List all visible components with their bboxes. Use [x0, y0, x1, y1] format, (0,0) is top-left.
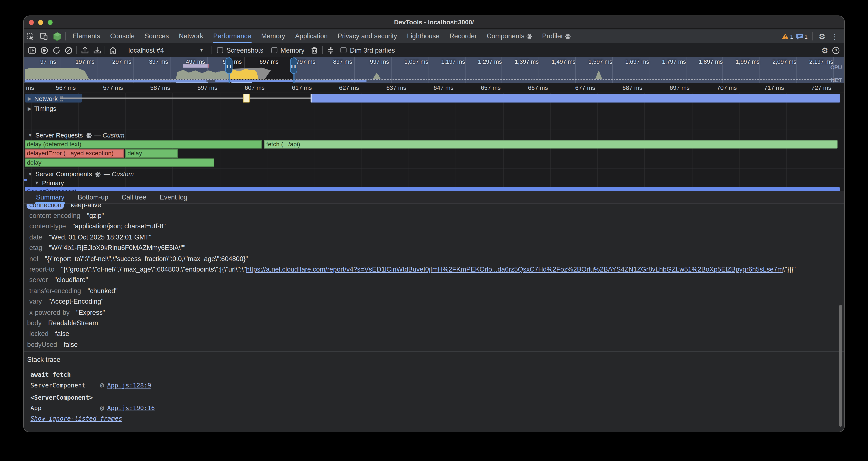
- selection-handle-right[interactable]: ❚❚: [290, 58, 297, 74]
- help-icon[interactable]: ?: [830, 44, 842, 56]
- divider: [24, 351, 844, 352]
- timeline-overview[interactable]: 97 ms197 ms297 ms397 ms497 ms597 ms697 m…: [24, 57, 844, 83]
- chevron-right-icon: ▶: [28, 96, 32, 102]
- checkbox-screenshots[interactable]: Screenshots: [217, 46, 264, 54]
- summary-row-server: server"cloudflare": [29, 275, 88, 285]
- checkbox-box[interactable]: [217, 47, 223, 53]
- checkbox-memory[interactable]: Memory: [271, 46, 304, 54]
- tab-privacy-and-security[interactable]: Privacy and security: [333, 29, 402, 43]
- react-atom-icon: [565, 34, 571, 39]
- device-toolbar-icon[interactable]: [37, 29, 51, 43]
- history-select[interactable]: localhost #4 ▼: [125, 45, 207, 56]
- network-baseline: [25, 79, 839, 80]
- track-primary[interactable]: ▼ Primary: [34, 180, 64, 186]
- tab-memory[interactable]: Memory: [256, 29, 290, 43]
- overview-time-label: 1,597 ms: [588, 58, 612, 65]
- tab-recorder[interactable]: Recorder: [444, 29, 482, 43]
- clear-icon[interactable]: [63, 44, 75, 56]
- track-server-components[interactable]: ▼ Server Components — Custom: [28, 171, 134, 177]
- reload-record-icon[interactable]: [51, 44, 63, 56]
- track-server-requests-label: Server Requests: [35, 132, 83, 139]
- warning-count: 1: [790, 33, 793, 39]
- tab-label: Components: [487, 29, 524, 43]
- delayed-error-bar[interactable]: delayedError (...ayed exception): [25, 149, 124, 157]
- track-network[interactable]: ▶ Network: [28, 95, 63, 102]
- capture-settings-gear-icon[interactable]: ⚙: [820, 46, 830, 55]
- server-component-bar[interactable]: ServerComponent: [25, 187, 840, 191]
- show-ignore-listed-frames-link[interactable]: Show ignore-listed frames: [31, 415, 122, 422]
- overview-time-label: 2,097 ms: [773, 58, 797, 65]
- checkbox-box[interactable]: [271, 47, 277, 53]
- track-primary-label: Primary: [42, 180, 64, 186]
- chevron-down-icon: ▼: [28, 171, 33, 177]
- tab-elements[interactable]: Elements: [67, 29, 105, 43]
- source-location-link[interactable]: App.js:128:9: [107, 382, 151, 389]
- ruler-time-label: 727 ms: [811, 84, 831, 91]
- track-timings[interactable]: ▶ Timings: [28, 105, 56, 112]
- network-request-pending[interactable]: [243, 94, 249, 102]
- tab-performance[interactable]: Performance: [208, 29, 256, 43]
- delay-bar-3[interactable]: delay: [25, 158, 215, 167]
- performance-toolbar: localhost #4 ▼ ScreenshotsMemory Dim 3rd…: [24, 43, 844, 57]
- save-profile-icon[interactable]: [91, 44, 103, 56]
- summary-key: content-encoding: [29, 212, 80, 220]
- tab-sources[interactable]: Sources: [140, 29, 174, 43]
- network-request-main[interactable]: [310, 94, 840, 102]
- tab-profiler[interactable]: Profiler: [537, 29, 576, 43]
- toggle-sidebar-icon[interactable]: [26, 44, 38, 56]
- message-icon: [796, 33, 803, 39]
- messages-badge[interactable]: 1: [796, 33, 808, 39]
- ruler-time-label: 707 ms: [717, 84, 737, 91]
- details-tab-event-log[interactable]: Event log: [153, 191, 194, 204]
- overview-time-label: 797 ms: [296, 58, 315, 65]
- custom-track-suffix: — Custom: [94, 132, 125, 139]
- load-profile-icon[interactable]: [79, 44, 91, 56]
- checkbox-box[interactable]: [340, 47, 347, 53]
- details-tab-bottom-up[interactable]: Bottom-up: [71, 191, 115, 204]
- tab-network[interactable]: Network: [174, 29, 208, 43]
- checkbox-dim-3rd-parties[interactable]: Dim 3rd parties: [340, 46, 395, 54]
- inspect-element-icon[interactable]: [24, 29, 37, 43]
- tab-label: Network: [179, 29, 203, 43]
- overview-time-label: 997 ms: [370, 58, 389, 65]
- primary-group-swatch: [24, 179, 27, 181]
- summary-row-locked: lockedfalse: [29, 328, 69, 339]
- tab-console[interactable]: Console: [105, 29, 140, 43]
- summary-row-connection: connectionkeep-alive: [29, 204, 101, 210]
- summary-row-transfer-encoding: transfer-encoding"chunked": [29, 285, 118, 296]
- warning-icon: [782, 33, 789, 39]
- summary-value: "gzip": [87, 212, 104, 220]
- tab-components[interactable]: Components: [482, 29, 537, 43]
- tab-application[interactable]: Application: [290, 29, 333, 43]
- selection-handle-left[interactable]: ❚❚: [225, 58, 232, 74]
- record-icon[interactable]: [38, 44, 51, 56]
- kebab-menu-icon[interactable]: ⋮: [830, 32, 840, 40]
- details-tab-summary[interactable]: Summary: [29, 191, 71, 204]
- settings-gear-icon[interactable]: ⚙: [817, 32, 827, 40]
- track-server-requests[interactable]: ▼ Server Requests — Custom: [28, 132, 125, 139]
- summary-scrollbar[interactable]: [839, 305, 842, 427]
- stack-frame: await fetch: [31, 370, 71, 379]
- timeline-ruler[interactable]: ms567 ms577 ms587 ms597 ms607 ms617 ms62…: [24, 83, 844, 93]
- overview-time-label: 1,897 ms: [699, 58, 723, 65]
- overview-time-label: 1,197 ms: [441, 58, 465, 65]
- tab-lighthouse[interactable]: Lighthouse: [402, 29, 444, 43]
- divider: [76, 46, 77, 54]
- at-symbol: @: [100, 404, 104, 412]
- delay-bar-2[interactable]: delay: [125, 149, 178, 157]
- collect-garbage-icon[interactable]: [308, 44, 320, 56]
- ignore-listing-icon[interactable]: [324, 44, 337, 56]
- home-icon[interactable]: [107, 44, 119, 56]
- message-count: 1: [804, 33, 808, 39]
- summary-value: "Express": [76, 309, 105, 316]
- details-tab-call-tree[interactable]: Call tree: [115, 191, 153, 204]
- extension-hexagon-icon[interactable]: [51, 29, 64, 43]
- source-location-link[interactable]: App.js:190:16: [107, 404, 155, 412]
- ruler-time-label: 587 ms: [150, 84, 170, 91]
- delay-deferred-bar[interactable]: delay (deferred text): [25, 140, 262, 148]
- drag-handle-icon[interactable]: [60, 96, 63, 101]
- chevron-down-icon: ▼: [34, 180, 39, 185]
- report-to-url-link[interactable]: https://a.nel.cloudflare.com/report/v4?s…: [246, 265, 783, 273]
- fetch-api-bar[interactable]: fetch (.../api): [264, 140, 838, 148]
- warnings-badge[interactable]: 1: [782, 33, 793, 39]
